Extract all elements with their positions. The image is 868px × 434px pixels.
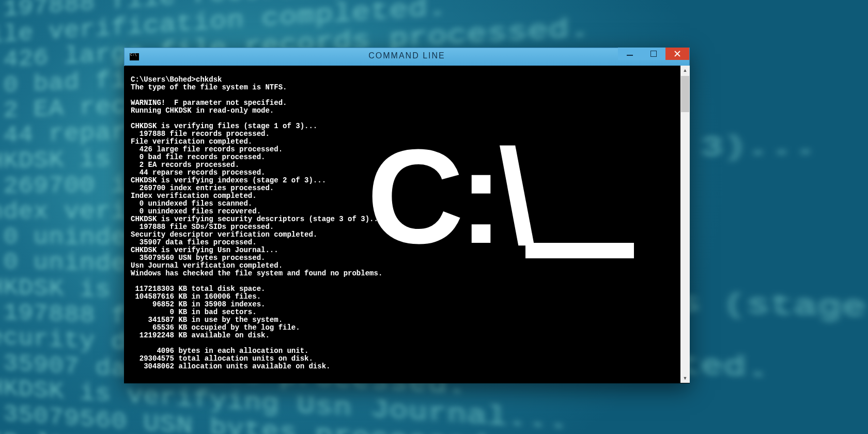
close-button[interactable] (665, 48, 689, 60)
console-viewport[interactable]: C:\Users\Bohed>chkdsk The type of the fi… (125, 66, 689, 383)
scroll-down-button[interactable]: ▼ (680, 374, 690, 383)
cmd-icon (130, 53, 139, 60)
svg-rect-0 (627, 55, 633, 56)
svg-rect-1 (650, 51, 657, 57)
scroll-thumb[interactable] (681, 76, 689, 112)
window-controls (618, 48, 689, 61)
minimize-button[interactable] (618, 48, 642, 60)
minimize-icon (627, 51, 633, 57)
scroll-up-button[interactable]: ▲ (680, 66, 690, 75)
window-titlebar[interactable]: COMMAND LINE (124, 48, 690, 66)
window-title: COMMAND LINE (368, 51, 445, 60)
close-icon (674, 51, 680, 57)
command-line-window: COMMAND LINE C:\Users\Bohed>chkdsk The t… (124, 48, 690, 383)
maximize-button[interactable] (642, 48, 665, 60)
maximize-icon (650, 51, 657, 57)
console-output: C:\Users\Bohed>chkdsk The type of the fi… (131, 76, 382, 370)
vertical-scrollbar[interactable]: ▲ ▼ (680, 66, 690, 383)
